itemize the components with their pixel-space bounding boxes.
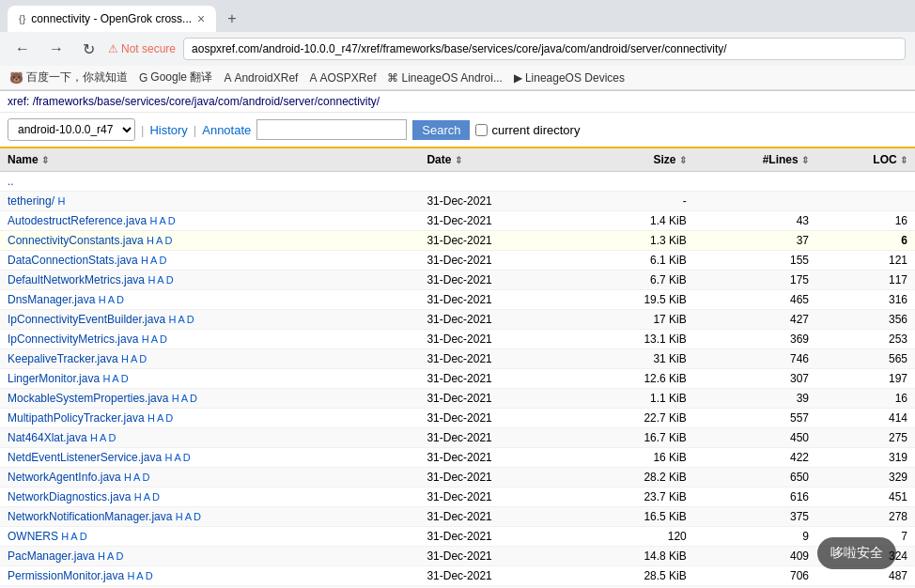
file-badge[interactable]: D (116, 294, 124, 305)
bookmark-baidu[interactable]: 🐻 百度一下，你就知道 (9, 70, 128, 85)
bookmark-lineageos-devices[interactable]: ▶ LineageOS Devices (514, 71, 625, 85)
file-badge[interactable]: D (168, 215, 176, 226)
file-badge[interactable]: D (146, 570, 153, 581)
file-link[interactable]: DnsManager.java (8, 293, 95, 306)
file-badge[interactable]: D (142, 472, 149, 483)
file-link[interactable]: NetworkDiagnostics.java (8, 490, 131, 503)
file-badge[interactable]: D (165, 412, 173, 424)
file-link[interactable]: KeepaliveTracker.java (8, 352, 118, 365)
file-badge[interactable]: H (147, 235, 154, 246)
sort-icon-lines[interactable]: ⇕ (801, 155, 809, 165)
file-badge[interactable]: H (141, 255, 148, 266)
version-select[interactable]: android-10.0.0_r47 (8, 118, 135, 141)
file-link[interactable]: DataConnectionStats.java (8, 254, 138, 267)
file-link[interactable]: IpConnectivityEventBuilder.java (8, 313, 165, 326)
sort-icon-name[interactable]: ⇕ (41, 155, 49, 165)
file-badge[interactable]: H (127, 570, 134, 581)
file-badge[interactable]: A (131, 353, 137, 364)
refresh-button[interactable]: ↻ (77, 39, 101, 60)
address-bar[interactable] (183, 38, 906, 60)
file-badge[interactable]: A (70, 531, 77, 542)
annotate-link[interactable]: Annotate (202, 123, 251, 137)
active-tab[interactable]: {} connectivity - OpenGrok cross... × (8, 6, 216, 32)
current-dir-checkbox[interactable] (475, 124, 488, 136)
file-badge[interactable]: D (159, 255, 166, 266)
file-badge[interactable]: A (136, 570, 143, 581)
search-button[interactable]: Search (412, 120, 470, 140)
file-badge[interactable]: D (164, 235, 172, 246)
file-badge[interactable]: D (80, 531, 87, 542)
file-badge[interactable]: H (102, 373, 110, 384)
file-link[interactable]: MultipathPolicyTracker.java (8, 411, 145, 425)
file-badge[interactable]: H (176, 511, 183, 522)
file-badge[interactable]: H (98, 550, 105, 562)
file-badge[interactable]: D (160, 333, 167, 345)
file-badge[interactable]: D (152, 491, 160, 503)
file-link[interactable]: PacManager.java (8, 549, 95, 563)
file-badge[interactable]: H (99, 294, 106, 305)
back-button[interactable]: ← (9, 39, 36, 59)
file-badge[interactable]: A (157, 274, 163, 286)
sort-icon-loc[interactable]: ⇕ (900, 155, 907, 165)
file-link[interactable]: DefaultNetworkMetrics.java (8, 273, 145, 286)
file-badge[interactable]: H (90, 432, 98, 443)
file-badge[interactable]: A (178, 314, 184, 325)
file-badge[interactable]: H (164, 452, 172, 463)
file-badge[interactable]: H (149, 215, 157, 226)
file-badge[interactable]: H (168, 314, 176, 325)
file-badge[interactable]: D (166, 274, 174, 286)
file-link[interactable]: ConnectivityConstants.java (8, 234, 144, 247)
file-badge[interactable]: A (112, 373, 118, 384)
file-badge[interactable]: A (107, 550, 114, 562)
file-link[interactable]: NetworkNotificationManager.java (8, 510, 172, 523)
file-link[interactable]: IpConnectivityMetrics.java (8, 333, 138, 346)
bookmark-google-translate[interactable]: G Google 翻译 (139, 70, 212, 85)
file-badge[interactable]: A (181, 393, 188, 404)
file-badge[interactable]: H (61, 531, 69, 542)
file-badge[interactable]: H (172, 393, 179, 404)
file-badge[interactable]: H (147, 274, 155, 286)
file-link[interactable]: NetdEventListenerService.java (8, 451, 162, 464)
file-link[interactable]: PermissionMonitor.java (8, 569, 124, 582)
file-badge[interactable]: A (185, 511, 192, 522)
file-badge[interactable]: D (194, 511, 201, 522)
tab-close-button[interactable]: × (197, 11, 205, 26)
file-badge[interactable]: D (116, 550, 123, 562)
file-badge[interactable]: D (139, 353, 147, 364)
file-badge[interactable]: H (57, 195, 65, 207)
file-link[interactable]: OWNERS (8, 530, 58, 543)
file-badge[interactable]: A (150, 255, 157, 266)
file-badge[interactable]: H (147, 412, 155, 424)
file-badge[interactable]: H (124, 472, 132, 483)
search-input[interactable] (256, 119, 407, 140)
sort-icon-date[interactable]: ⇕ (455, 155, 462, 165)
file-link[interactable]: NetworkAgentInfo.java (8, 471, 121, 484)
file-link[interactable]: LingerMonitor.java (8, 372, 100, 385)
file-badge[interactable]: D (187, 314, 194, 325)
file-badge[interactable]: A (157, 412, 163, 424)
file-badge[interactable]: A (174, 452, 180, 463)
file-badge[interactable]: A (144, 491, 150, 503)
file-badge[interactable]: H (134, 491, 142, 503)
sort-icon-size[interactable]: ⇕ (679, 155, 687, 165)
history-link[interactable]: History (149, 123, 187, 137)
file-badge[interactable]: A (151, 333, 158, 345)
file-badge[interactable]: D (121, 373, 129, 384)
file-badge[interactable]: D (190, 393, 197, 404)
file-badge[interactable]: D (183, 452, 191, 463)
file-badge[interactable]: A (100, 432, 106, 443)
new-tab-button[interactable]: + (220, 7, 243, 31)
bookmark-lineageos-androi[interactable]: ⌘ LineageOS Androi... (387, 71, 502, 85)
file-badge[interactable]: H (142, 333, 149, 345)
file-badge[interactable]: A (133, 472, 140, 483)
file-link[interactable]: tethering/ (8, 194, 54, 208)
file-link[interactable]: MockableSystemProperties.java (8, 392, 168, 405)
file-link[interactable]: Nat464Xlat.java (8, 431, 87, 444)
file-badge[interactable]: D (108, 432, 116, 443)
file-link[interactable]: AutodestructReference.java (8, 214, 147, 227)
file-badge[interactable]: A (159, 215, 165, 226)
file-badge[interactable]: A (156, 235, 163, 246)
bookmark-aospxref[interactable]: A AOSPXRef (309, 71, 376, 85)
file-badge[interactable]: A (108, 294, 115, 305)
bookmark-androidxref[interactable]: A AndroidXRef (224, 71, 298, 85)
